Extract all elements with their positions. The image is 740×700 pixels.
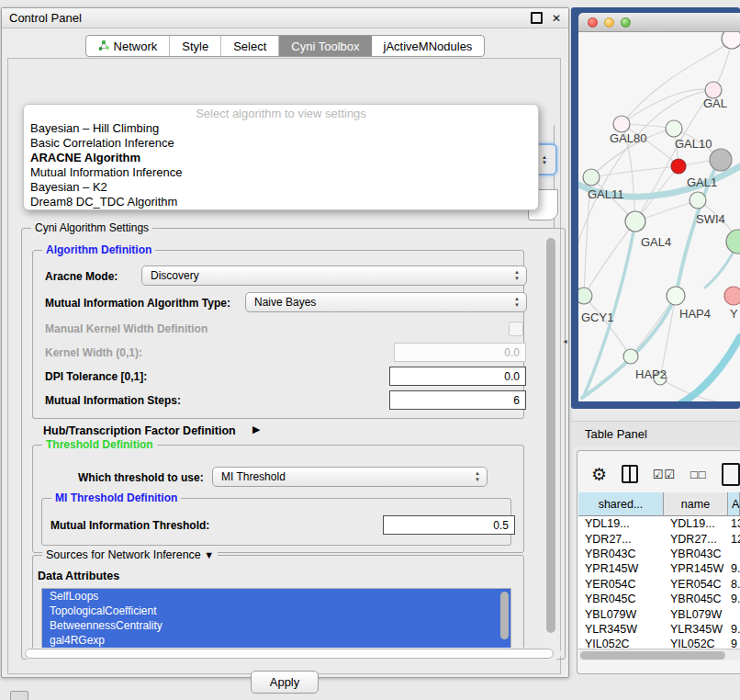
algorithm-option-bayesian-k2[interactable]: Bayesian – K2 (24, 180, 538, 195)
screen: Control Panel ✕ Network Style Select Cyn… (0, 0, 740, 700)
column-header-partial[interactable]: A (728, 492, 740, 516)
mac-zoom-icon[interactable] (621, 17, 631, 28)
close-icon[interactable]: ✕ (552, 13, 561, 24)
node-label-gal1: GAL1 (687, 175, 717, 189)
table-row[interactable]: YBR043CYBR043C (578, 547, 740, 561)
table-hscrollbar-thumb[interactable] (580, 651, 725, 660)
algorithm-option-dream8[interactable]: Dream8 DC_TDC Algorithm (24, 195, 538, 209)
which-threshold-value: MI Threshold (221, 470, 286, 483)
aracne-mode-label: Aracne Mode: (45, 270, 118, 283)
node-top-partial (722, 32, 740, 49)
control-panel-tab-bar: Network Style Select Cyni Toolbox jActiv… (85, 35, 486, 57)
select-all-icon[interactable]: ☑☑ (653, 468, 676, 481)
table-row[interactable]: YPR145WYPR145W9. (578, 561, 740, 576)
algorithm-option-basic-correlation[interactable]: Basic Correlation Inference (24, 136, 538, 151)
table-row[interactable]: YER054CYER054C8. (578, 577, 740, 592)
attribute-betweennesscentrality[interactable]: BetweennessCentrality (42, 618, 510, 633)
spinner-arrows-icon: ▲▼ (475, 470, 480, 483)
mac-minimize-icon[interactable] (604, 17, 614, 28)
column-header-name[interactable]: name (664, 492, 728, 516)
cyni-algorithm-settings-title: Cyni Algorithm Settings (31, 221, 152, 234)
tab-network[interactable]: Network (86, 36, 171, 56)
algorithm-popup-placeholder: Select algorithm to view settings (24, 107, 538, 121)
settings-hscrollbar-thumb[interactable] (25, 649, 554, 659)
attribute-selfloops[interactable]: SelfLoops (42, 589, 510, 604)
mi-algorithm-type-value: Naive Bayes (254, 296, 316, 309)
float-window-icon[interactable] (531, 12, 543, 24)
tab-label: Cyni Toolbox (291, 40, 359, 53)
node-gal10 (666, 120, 682, 137)
which-threshold-select[interactable]: MI Threshold ▲▼ (212, 467, 488, 487)
tab-label: Style (182, 40, 208, 53)
node-label-gcy1: GCY1 (581, 310, 613, 324)
table-hscrollbar-track[interactable] (578, 649, 740, 660)
data-attributes-header: Data Attributes (38, 570, 119, 582)
tab-label: Network (114, 40, 158, 53)
control-panel-tab-row: Network Style Select Cyni Toolbox jActiv… (2, 35, 568, 57)
table-panel-title: Table Panel (585, 427, 647, 441)
node-label-hap2: HAP2 (635, 367, 667, 381)
network-window-titlebar[interactable] (578, 13, 740, 32)
table-panel-toolbar: ⚙ ☑☑ □□ (578, 457, 740, 491)
attributes-scrollbar-thumb[interactable] (500, 592, 509, 639)
node-label-gal-partial: GAL (703, 96, 727, 110)
dpi-tolerance-field[interactable]: 0.0 (389, 367, 526, 386)
tab-cyni-toolbox[interactable]: Cyni Toolbox (279, 36, 371, 56)
algorithm-option-mutual-information[interactable]: Mutual Information Inference (24, 165, 538, 180)
node-salmon (724, 287, 740, 305)
column-header-shared-name[interactable]: shared... (578, 492, 664, 516)
node-gal80 (613, 116, 630, 132)
tab-select[interactable]: Select (221, 36, 279, 56)
mi-algorithm-type-select[interactable]: Naive Bayes ▲▼ (245, 292, 527, 312)
kernel-width-field[interactable]: 0.0 (394, 343, 526, 362)
settings-vscrollbar-track[interactable] (544, 233, 557, 647)
attribute-gal4rgexp[interactable]: gal4RGexp (42, 633, 510, 648)
attribute-topologicalcoefficient[interactable]: TopologicalCoefficient (42, 604, 510, 618)
column-layout-icon[interactable] (622, 465, 638, 483)
node-label-gal80: GAL80 (610, 131, 646, 145)
data-attributes-list[interactable]: SelfLoops TopologicalCoefficient Between… (41, 588, 511, 656)
tab-style[interactable]: Style (170, 36, 221, 56)
tab-label: Select (233, 40, 266, 53)
tab-jactivemnodules[interactable]: jActiveMNodules (372, 36, 485, 56)
mac-close-icon[interactable] (588, 17, 598, 28)
corner-grid-icon[interactable] (10, 691, 28, 700)
node-gal11 (583, 169, 600, 186)
collapse-right-icon[interactable]: ▶ (252, 423, 260, 435)
settings-hscrollbar-track[interactable] (23, 648, 561, 660)
panel-splitter-handle[interactable]: ◄ (562, 338, 568, 344)
mi-threshold-field[interactable]: 0.5 (383, 515, 515, 535)
control-panel-title: Control Panel (9, 11, 521, 25)
table-row[interactable]: YBR045CYBR045C9. (578, 592, 740, 606)
aracne-mode-select[interactable]: Discovery ▲▼ (141, 265, 527, 286)
node-label-gal10: GAL10 (675, 137, 712, 151)
table-row[interactable]: YDL19...YDL19...13 (578, 516, 740, 531)
which-threshold-label: Which threshold to use: (78, 471, 204, 484)
node-gcy1 (578, 288, 592, 304)
export-table-icon[interactable] (722, 463, 740, 486)
mi-threshold-definition-title: MI Threshold Definition (51, 491, 181, 504)
algorithm-option-aracne[interactable]: ARACNE Algorithm (24, 151, 538, 165)
node-green-large (726, 230, 740, 254)
apply-button[interactable]: Apply (251, 671, 319, 694)
gear-icon[interactable]: ⚙ (591, 466, 607, 483)
mi-algorithm-type-label: Mutual Information Algorithm Type: (45, 297, 230, 310)
node-label-gal4: GAL4 (641, 235, 671, 249)
network-canvas[interactable]: GAL GAL80 GAL10 GAL1 GAL11 SWI4 GAL4 GCY… (578, 32, 740, 401)
table-header-row: shared... name A (578, 492, 740, 516)
table-row[interactable]: YLR345WYLR345W9. (578, 622, 740, 637)
settings-vscrollbar-thumb[interactable] (546, 238, 555, 633)
table-row[interactable]: YDR27...YDR27...12 (578, 531, 740, 546)
collapse-down-icon[interactable]: ▼ (204, 549, 214, 560)
cyni-toolbox-panel: ▲▼ Select algorithm to view settings Bay… (7, 58, 561, 674)
deselect-all-icon[interactable]: □□ (690, 468, 707, 481)
algorithm-option-bayesian-hill-climbing[interactable]: Bayesian – Hill Climbing (24, 121, 538, 136)
node-gal1 (671, 159, 686, 174)
node-table: shared... name A YDL19...YDL19...13 YDR2… (578, 492, 740, 652)
table-row[interactable]: YBL079WYBL079W (578, 606, 740, 621)
spinner-arrows-icon: ▲▼ (514, 269, 520, 282)
hub-tf-definition-label[interactable]: Hub/Transcription Factor Definition (43, 424, 236, 437)
manual-kernel-width-checkbox[interactable] (509, 322, 523, 336)
mi-steps-field[interactable]: 6 (389, 390, 526, 410)
sources-title: Sources for Network Inference ▼ (42, 548, 218, 561)
